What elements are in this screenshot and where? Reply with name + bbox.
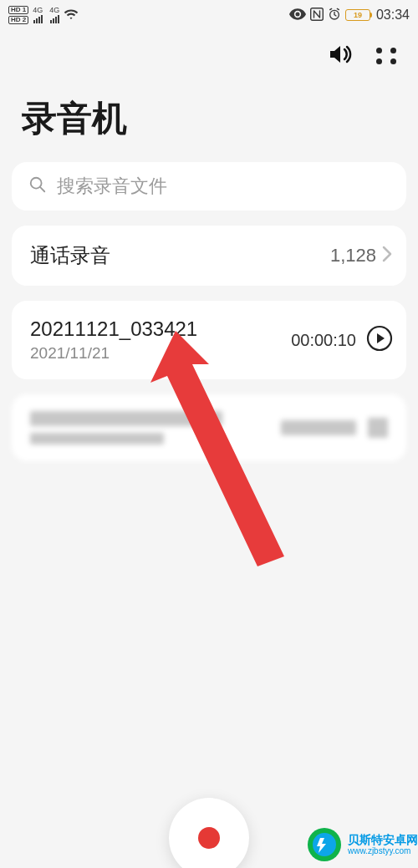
search-bar[interactable]: 搜索录音文件 (12, 162, 406, 211)
hd-indicator-stack: HD 1 HD 2 (8, 6, 28, 24)
eye-icon (289, 8, 306, 23)
more-grid-icon[interactable] (376, 48, 396, 64)
search-placeholder: 搜索录音文件 (57, 174, 167, 199)
status-bar-left: HD 1 HD 2 4G 4G (8, 6, 79, 24)
record-button[interactable] (169, 798, 249, 868)
recording-item-blurred (12, 394, 406, 461)
play-icon[interactable] (366, 325, 393, 355)
search-icon (28, 175, 47, 197)
chevron-right-icon (381, 246, 393, 266)
watermark: 贝斯特安卓网 www.zjbstyy.com (306, 826, 418, 863)
battery-indicator: 19 (345, 9, 370, 21)
page-title: 录音机 (0, 75, 418, 162)
sim2-signal: 4G (49, 7, 59, 23)
sim2-net-label: 4G (49, 7, 59, 14)
watermark-url: www.zjbstyy.com (348, 847, 410, 855)
call-recordings-folder[interactable]: 通话录音 1,128 (12, 226, 406, 286)
recording-date: 2021/11/21 (30, 344, 281, 363)
folder-count: 1,128 (330, 245, 376, 266)
svg-line-3 (40, 187, 44, 191)
record-button-wrap (169, 798, 249, 868)
recording-title: 20211121_033421 (30, 317, 281, 341)
clock: 03:34 (376, 8, 410, 23)
recording-item[interactable]: 20211121_033421 2021/11/21 00:00:10 (12, 306, 406, 374)
nfc-icon (310, 8, 324, 23)
status-bar: HD 1 HD 2 4G 4G 19 03:34 (0, 0, 418, 27)
record-dot-icon (198, 827, 220, 849)
watermark-title: 贝斯特安卓网 (348, 834, 418, 845)
hd2-chip: HD 2 (8, 16, 28, 24)
recordings-list: 20211121_033421 2021/11/21 00:00:10 (12, 301, 406, 379)
watermark-badge-icon (306, 826, 343, 863)
top-action-bar (0, 27, 418, 75)
wifi-icon (64, 8, 79, 23)
signal-stack: 4G 4G (33, 7, 59, 23)
status-bar-right: 19 03:34 (289, 8, 410, 23)
speaker-icon[interactable] (328, 43, 353, 69)
folder-name: 通话录音 (30, 242, 330, 269)
recording-duration: 00:00:10 (291, 331, 356, 350)
sim1-signal: 4G (33, 7, 43, 23)
sim1-net-label: 4G (33, 7, 43, 14)
alarm-icon (328, 8, 341, 23)
hd1-chip: HD 1 (8, 6, 28, 14)
